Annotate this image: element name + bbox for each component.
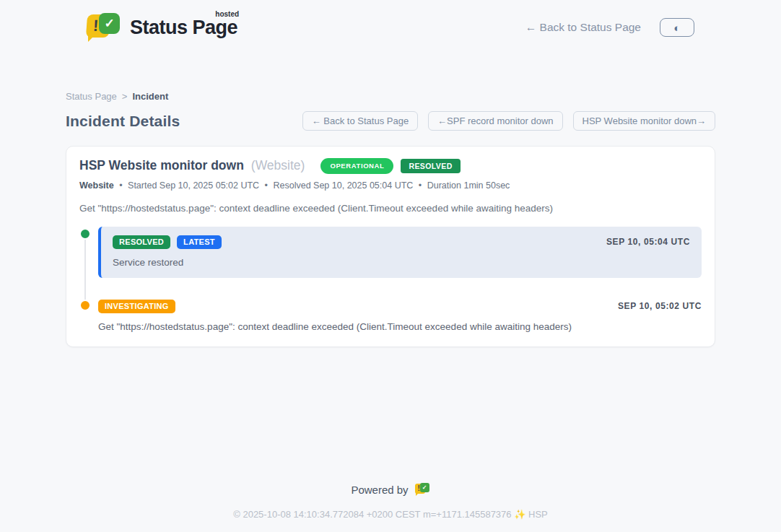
timeline-badge-investigating: INVESTIGATING bbox=[98, 300, 175, 313]
meta-bullet: • bbox=[119, 180, 122, 191]
copyright-text: © 2025-10-08 14:10:34.772084 +0200 CEST … bbox=[66, 509, 715, 520]
footer: Powered by ! ✓ © 2025-10-08 14:10:34.772… bbox=[66, 483, 715, 520]
footer-status-page-logo-icon[interactable]: ! ✓ bbox=[415, 483, 430, 497]
powered-by-label: Powered by bbox=[351, 484, 408, 496]
breadcrumb-root[interactable]: Status Page bbox=[66, 91, 117, 102]
meta-resolved: Resolved Sep 10, 2025 05:04 UTC bbox=[273, 180, 413, 191]
brand-hosted-label: hosted bbox=[215, 10, 239, 18]
next-incident-button[interactable]: HSP Website monitor down→ bbox=[573, 111, 715, 131]
timeline-badge-resolved: RESOLVED bbox=[113, 235, 170, 249]
brand[interactable]: ! ✓ Status Page hosted bbox=[87, 12, 237, 43]
logo-check-icon: ✓ bbox=[99, 13, 120, 34]
header: ! ✓ Status Page hosted ← Back to Status … bbox=[0, 0, 781, 55]
timeline-entry-investigating: INVESTIGATING SEP 10, 05:02 UTC Get "htt… bbox=[79, 298, 702, 332]
status-page-logo-icon: ! ✓ bbox=[87, 12, 121, 43]
footer-logo-check-icon: ✓ bbox=[420, 483, 429, 492]
brand-name: Status Page hosted bbox=[130, 17, 237, 39]
incident-card: HSP Website monitor down (Website) OPERA… bbox=[66, 146, 715, 347]
brand-name-text: Status Page bbox=[130, 17, 237, 38]
breadcrumb-separator: > bbox=[122, 91, 128, 102]
incident-timeline: RESOLVED LATEST SEP 10, 05:04 UTC Servic… bbox=[79, 227, 702, 332]
back-to-status-page-button[interactable]: ← Back to Status Page bbox=[302, 111, 418, 131]
incident-component: (Website) bbox=[251, 158, 305, 173]
previous-incident-button[interactable]: ←SPF record monitor down bbox=[428, 111, 562, 131]
meta-started: Started Sep 10, 2025 05:02 UTC bbox=[128, 180, 259, 191]
incident-title: HSP Website monitor down bbox=[79, 158, 244, 173]
timeline-badge-latest: LATEST bbox=[177, 235, 222, 249]
breadcrumb-current: Incident bbox=[132, 91, 168, 102]
operational-status-badge: OPERATIONAL bbox=[320, 158, 393, 174]
timeline-dot-resolved-icon bbox=[79, 228, 91, 240]
timeline-dot-investigating-icon bbox=[79, 300, 91, 311]
theme-toggle-button[interactable]: ◐ bbox=[660, 18, 694, 37]
breadcrumb: Status Page > Incident bbox=[66, 91, 715, 102]
timeline-timestamp: SEP 10, 05:02 UTC bbox=[618, 301, 702, 311]
meta-bullet: • bbox=[265, 180, 268, 191]
incident-description: Get "https://hostedstatus.page": context… bbox=[79, 203, 702, 214]
header-back-to-status-page-link[interactable]: ← Back to Status Page bbox=[525, 21, 641, 34]
page-title: Incident Details bbox=[66, 113, 180, 130]
timeline-timestamp: SEP 10, 05:04 UTC bbox=[606, 237, 690, 247]
incident-meta: Website • Started Sep 10, 2025 05:02 UTC… bbox=[79, 180, 702, 191]
meta-bullet: • bbox=[419, 180, 422, 191]
timeline-message: Service restored bbox=[113, 257, 690, 268]
meta-component: Website bbox=[79, 180, 114, 191]
timeline-message: Get "https://hostedstatus.page": context… bbox=[98, 321, 702, 332]
timeline-entry-highlight-box: RESOLVED LATEST SEP 10, 05:04 UTC Servic… bbox=[98, 227, 702, 278]
timeline-entry-resolved: RESOLVED LATEST SEP 10, 05:04 UTC Servic… bbox=[79, 227, 702, 278]
contrast-icon: ◐ bbox=[673, 22, 680, 33]
resolved-status-badge: RESOLVED bbox=[401, 159, 460, 174]
meta-duration: Duration 1min 50sec bbox=[427, 180, 510, 191]
incident-nav-buttons: ← Back to Status Page ←SPF record monito… bbox=[302, 111, 715, 131]
